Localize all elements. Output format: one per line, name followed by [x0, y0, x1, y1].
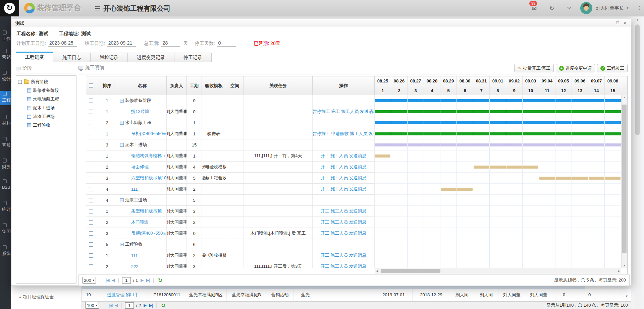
sidebar-item-7[interactable]: 财务	[0, 158, 11, 172]
tree-item[interactable]: 油漆工进场	[27, 114, 74, 120]
sidebar-item-6[interactable]: 客服	[0, 136, 11, 150]
task-name-link[interactable]: 111	[131, 253, 138, 258]
collapse-group-icon[interactable]: −	[120, 143, 124, 147]
operation-links[interactable]: 开工 施工人员 发送消息	[320, 186, 366, 192]
menu-toggle-icon[interactable]	[95, 6, 100, 11]
user-caret-icon[interactable]: ▼	[626, 6, 629, 10]
scroll-down-icon[interactable]: ▼	[622, 264, 627, 267]
task-name-link[interactable]: 111	[131, 187, 138, 192]
row-checkbox[interactable]	[89, 264, 93, 268]
task-name-link[interactable]: 条型铝扣板吊顶	[131, 208, 162, 214]
tab-2[interactable]: 施工日志	[53, 53, 91, 62]
gantt-bar[interactable]	[474, 166, 538, 169]
messages-icon[interactable]: ✉	[532, 5, 537, 12]
gantt-vertical-scrollbar[interactable]: ▲ ▼	[621, 95, 627, 268]
account-item[interactable]: ●项目经理保证金	[19, 294, 54, 300]
scroll-up-icon[interactable]: ▼	[634, 18, 641, 21]
tab-3[interactable]: 巡检记录	[91, 53, 128, 62]
tree-item[interactable]: 水电隐蔽工程	[27, 96, 74, 102]
row-checkbox[interactable]	[89, 110, 93, 114]
project-link[interactable]: 进度管理 [停工]	[95, 289, 149, 301]
operation-links[interactable]: 开工 施工人员 发送消息	[320, 252, 366, 258]
operation-links[interactable]: 开工 施工人员 发送消息	[320, 230, 366, 236]
collapse-group-icon[interactable]: −	[120, 243, 124, 246]
sidebar-item-4[interactable]: 工程	[0, 91, 11, 105]
total-duration-input[interactable]: 28	[161, 40, 180, 47]
page-number-input[interactable]: 1	[125, 302, 134, 309]
gantt-bar[interactable]	[539, 177, 621, 180]
gantt-bar[interactable]	[375, 121, 621, 124]
last-page-button[interactable]: ▶|	[146, 278, 150, 283]
operation-links[interactable]: 开工 施工人员 发送消息	[320, 164, 366, 170]
tree-item[interactable]: 装修准备阶段	[27, 87, 74, 94]
tab-1[interactable]: 工程进度	[16, 52, 53, 62]
gantt-bar[interactable]	[441, 188, 473, 191]
task-name-link[interactable]: 222	[131, 264, 139, 268]
row-checkbox[interactable]	[89, 154, 93, 158]
toolbar-button-3[interactable]: ✓工程竣工	[597, 64, 628, 72]
collapse-group-icon[interactable]: −	[120, 121, 124, 125]
row-checkbox[interactable]	[89, 165, 93, 169]
task-name-link[interactable]: 方型铝扣板吊顶106	[131, 175, 167, 181]
gantt-bar[interactable]	[375, 143, 621, 146]
toolbar-button-2[interactable]: +进度变更申请	[556, 64, 595, 72]
first-page-button[interactable]: |◀	[106, 278, 109, 283]
sidebar-item-1[interactable]: 工作台	[0, 30, 11, 44]
background-table-row[interactable]: 19 进度管理 [停工] P1812060011蓝光幸福满庭B区蓝光幸福满庭B营…	[82, 289, 631, 301]
row-checkbox[interactable]	[89, 253, 93, 258]
task-name-link[interactable]: 吊柜(深400~550㎜)	[131, 230, 167, 236]
task-name-link[interactable]: 墙面修理	[131, 164, 149, 170]
scrollbar-thumb[interactable]	[381, 269, 440, 273]
first-page-button[interactable]: |◀	[109, 303, 112, 308]
collapse-group-icon[interactable]: −	[120, 198, 124, 202]
app-logo[interactable]: ↻	[0, 0, 19, 16]
refresh-list-icon[interactable]: ↻	[158, 277, 162, 284]
prev-page-button[interactable]: ◀	[112, 278, 115, 283]
gantt-bar[interactable]	[375, 154, 390, 158]
sidebar-item-11[interactable]: 系统	[0, 245, 11, 259]
next-page-button[interactable]: ▶	[144, 303, 146, 308]
avatar[interactable]	[580, 2, 592, 14]
last-page-button[interactable]: ▶|	[149, 303, 153, 308]
scroll-right-icon[interactable]: ▶	[618, 270, 620, 272]
select-all-checkbox[interactable]	[89, 83, 93, 88]
row-checkbox[interactable]	[89, 231, 93, 236]
stop-days-input[interactable]: 0	[217, 40, 236, 47]
scroll-up-icon[interactable]: ▲	[622, 96, 627, 99]
row-checkbox[interactable]	[89, 187, 93, 191]
row-checkbox[interactable]	[89, 143, 93, 147]
page-scrollbar[interactable]: ▼	[634, 16, 641, 309]
task-name-link[interactable]: 钢结构弧弯楼梯（单层、长	[131, 153, 167, 159]
row-checkbox[interactable]	[89, 99, 93, 103]
tree-item[interactable]: 工程验收	[27, 122, 74, 128]
fullscreen-icon[interactable]: ↔↔	[567, 5, 572, 10]
finish-date-input[interactable]: 2023-09-21	[107, 40, 136, 47]
tree-item[interactable]: 泥木工进场	[27, 105, 74, 111]
operation-links[interactable]: 暂停施工 完工 施工人员 发送消息	[313, 109, 374, 115]
row-checkbox[interactable]	[89, 242, 93, 247]
close-button[interactable]: ×	[624, 20, 627, 25]
user-name[interactable]: 刘大同董事长	[596, 5, 624, 11]
task-name-link[interactable]: 拆12砖墙	[131, 109, 149, 115]
page-size-select[interactable]: 200▾	[82, 277, 96, 284]
operation-links[interactable]: 开工 施工人员 发送消息	[320, 175, 366, 181]
sidebar-item-8[interactable]: B2B	[0, 179, 11, 193]
next-page-button[interactable]: ▶	[141, 278, 143, 283]
sidebar-item-3[interactable]: 设计	[0, 70, 11, 84]
row-checkbox[interactable]	[89, 132, 93, 136]
task-name-link[interactable]: 吊柜(深400~550㎜)	[131, 131, 167, 137]
collapse-group-icon[interactable]: −	[120, 99, 124, 103]
scroll-left-icon[interactable]: ◀	[376, 270, 378, 272]
operation-links[interactable]: 暂停施工 申请验收 施工人员 发送消息	[313, 131, 374, 137]
tree-root-all-stages[interactable]: − 所有阶段	[18, 79, 74, 85]
sidebar-item-10[interactable]: 集团	[0, 223, 11, 237]
gantt-horizontal-scrollbar[interactable]: ◀ ▶	[375, 268, 621, 274]
more-menu-icon[interactable]: ⋮	[637, 5, 642, 11]
gantt-bar[interactable]	[375, 99, 621, 102]
prev-page-button[interactable]: ◀	[115, 303, 118, 308]
task-name-link[interactable]: 木门喷漆	[131, 219, 149, 225]
row-checkbox[interactable]	[89, 121, 93, 125]
scrollbar-thumb[interactable]	[622, 105, 627, 253]
toolbar-button-1[interactable]: ✎批量开工/完工	[514, 64, 554, 72]
tree-collapse-icon[interactable]: −	[18, 80, 22, 84]
